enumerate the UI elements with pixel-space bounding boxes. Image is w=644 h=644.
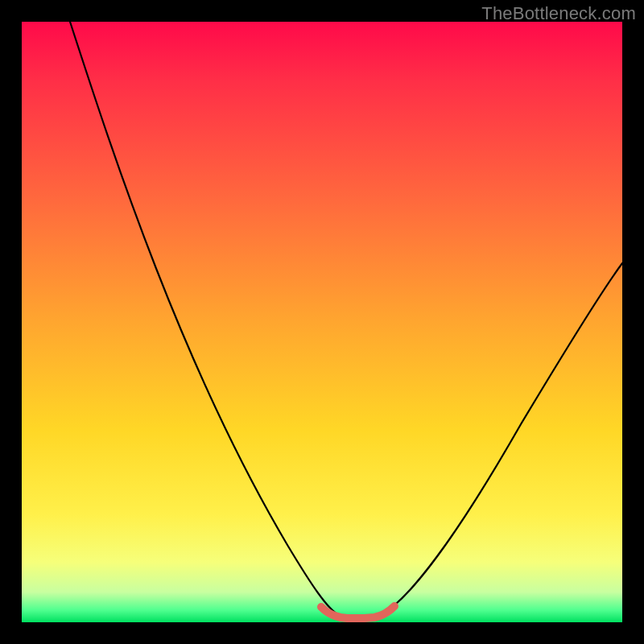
watermark-text: TheBottleneck.com bbox=[481, 3, 636, 24]
plot-area bbox=[22, 22, 622, 622]
chart-frame: TheBottleneck.com bbox=[0, 0, 644, 644]
bottleneck-curve bbox=[70, 22, 622, 617]
flat-bottom-highlight bbox=[321, 606, 394, 618]
chart-svg bbox=[22, 22, 622, 622]
